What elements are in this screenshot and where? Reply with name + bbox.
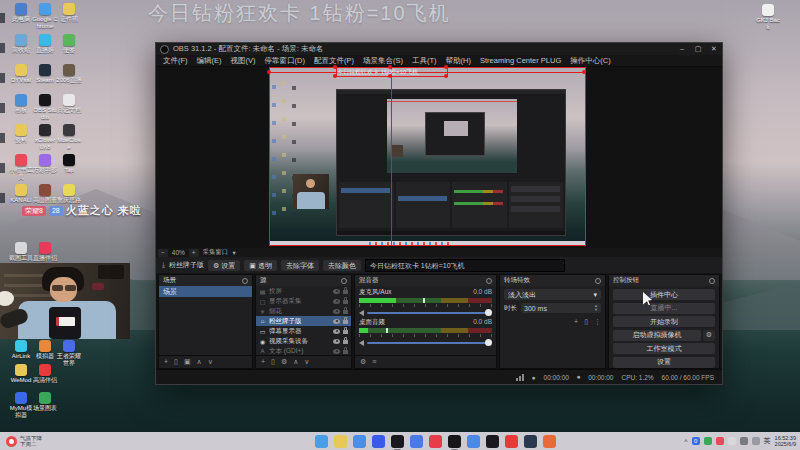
desktop-icon[interactable]: 高清伴侣 <box>32 364 58 384</box>
close-button[interactable]: ✕ <box>706 45 722 53</box>
tray-app-icon[interactable] <box>704 437 712 445</box>
slider-handle[interactable] <box>485 309 492 316</box>
transition-toolbar-icon[interactable]: + <box>574 318 578 326</box>
selection-handle[interactable] <box>444 74 448 78</box>
volume-slider[interactable] <box>359 309 492 316</box>
selection-handle[interactable] <box>267 70 271 74</box>
plugin-transparent-button[interactable]: ▣ 透明 <box>244 260 277 271</box>
desktop-icon[interactable]: 截图工具 <box>8 242 34 262</box>
visibility-eye-icon[interactable] <box>333 329 340 334</box>
selection-handle[interactable] <box>582 70 586 74</box>
desktop-icon[interactable]: 场景图表 <box>32 392 58 412</box>
taskbar-app-icon[interactable] <box>372 435 385 448</box>
taskbar-app-icon[interactable] <box>334 435 347 448</box>
pin-icon[interactable] <box>595 278 601 284</box>
caret-down-icon[interactable]: ▾ <box>233 249 236 257</box>
taskbar-app-icon[interactable] <box>543 435 556 448</box>
taskbar-app-icon[interactable] <box>391 435 404 448</box>
plugin-settings-button[interactable]: ⚙ 设置 <box>208 260 240 271</box>
obs-titlebar[interactable]: OBS 31.1.2 - 配置文件: 未命名 - 场景: 未命名 – ▢ ✕ <box>156 43 722 55</box>
selection-handle[interactable] <box>333 74 337 78</box>
desktop-icon[interactable]: 直播姬 <box>32 34 58 54</box>
menu-item[interactable]: 文件(F) <box>159 56 192 66</box>
desktop-icon[interactable]: 此电脑 <box>8 3 34 23</box>
visibility-eye-icon[interactable] <box>333 299 340 304</box>
menu-item[interactable]: 场景集合(S) <box>359 56 407 66</box>
transition-toolbar-icon[interactable]: ⋮ <box>594 318 601 326</box>
source-item[interactable]: ▤ 投屏 <box>256 286 351 296</box>
control-button[interactable]: 直播中... <box>613 303 715 314</box>
desktop-icon[interactable]: AirLink <box>8 340 34 360</box>
sources-toolbar-icon[interactable]: ∧ <box>293 357 298 367</box>
source-item[interactable]: ✳ 烟花 <box>256 306 351 316</box>
selection-handle[interactable] <box>333 65 337 69</box>
desktop-icon[interactable]: 小红书工具 <box>8 154 34 181</box>
source-item[interactable]: ◉ 视频采集设备 <box>256 336 351 346</box>
spinner-icons[interactable]: ▲▼ <box>594 304 598 312</box>
tray-app-icon[interactable] <box>752 437 760 445</box>
ime-indicator[interactable]: 英 <box>764 436 771 446</box>
taskbar-app-icon[interactable] <box>315 435 328 448</box>
desktop-icon[interactable]: 画板 <box>8 94 34 114</box>
taskbar-app-icon[interactable] <box>448 435 461 448</box>
taskbar-app-icon[interactable] <box>505 435 518 448</box>
menu-item[interactable]: 工具(T) <box>408 56 441 66</box>
desktop-icon[interactable]: 2006直播 <box>56 64 82 84</box>
menu-item[interactable]: 编辑(E) <box>193 56 226 66</box>
desktop-icon[interactable]: 便签 <box>56 34 82 54</box>
menu-item[interactable]: Streaming Center PLUG <box>476 56 565 65</box>
desktop-icon[interactable]: 模拟器 <box>32 340 58 360</box>
speaker-icon[interactable] <box>359 310 364 316</box>
scene-item[interactable]: 场景 <box>159 286 252 297</box>
transition-select[interactable]: 淡入淡出 ▾ <box>504 289 601 300</box>
menu-item[interactable]: 配置文件(P) <box>310 56 358 66</box>
sources-toolbar-icon[interactable]: ▯ <box>271 357 275 367</box>
lock-icon[interactable] <box>343 310 348 314</box>
menu-item[interactable]: 视图(V) <box>227 56 260 66</box>
zoom-out-button[interactable]: − <box>158 249 168 257</box>
desktop-icon[interactable]: 证件照 <box>56 3 82 23</box>
taskbar-app-icon[interactable] <box>353 435 366 448</box>
taskbar-app-icon[interactable] <box>486 435 499 448</box>
desktop-icon[interactable]: WeMod <box>8 364 34 384</box>
maximize-button[interactable]: ▢ <box>690 45 706 53</box>
tray-chevron-up-icon[interactable]: ^ <box>684 438 687 445</box>
mixer-toolbar-icon[interactable]: ⚙ <box>360 357 366 367</box>
menu-item[interactable]: 帮助(H) <box>442 56 475 66</box>
taskbar-clock[interactable]: 16:52:39 2025/6/9 <box>775 435 796 447</box>
desktop-icon[interactable]: MyMu模拟器 <box>8 392 34 419</box>
visibility-eye-icon[interactable] <box>333 319 340 324</box>
taskbar-app-icon[interactable] <box>410 435 423 448</box>
speaker-icon[interactable] <box>359 340 364 346</box>
desktop-icon[interactable]: Steam <box>32 64 58 84</box>
remove-font-button[interactable]: 去除字体 <box>281 260 319 271</box>
menu-item[interactable]: 停靠窗口(D) <box>261 56 309 66</box>
lock-icon[interactable] <box>343 300 348 304</box>
selected-text-source[interactable]: 今日钻粉狂欢卡 1钻粉=10飞机 <box>336 67 448 77</box>
duration-input[interactable]: 300 ms ▲▼ <box>521 303 601 313</box>
lock-icon[interactable] <box>343 340 348 344</box>
visibility-eye-icon[interactable] <box>333 349 340 354</box>
desktop-icon[interactable]: 直播伴侣 <box>32 242 58 262</box>
scenes-toolbar-icon[interactable]: ▣ <box>184 357 191 367</box>
scenes-toolbar-icon[interactable]: + <box>164 357 168 367</box>
desktop-icon[interactable]: GKJ Back <box>755 4 781 31</box>
sources-toolbar-icon[interactable]: ∨ <box>304 357 309 367</box>
scenes-toolbar-icon[interactable]: ∧ <box>197 357 202 367</box>
transition-toolbar-icon[interactable]: ▯ <box>584 318 588 326</box>
pin-icon[interactable] <box>709 278 715 284</box>
pin-icon[interactable] <box>486 278 492 284</box>
tray-app-icon[interactable] <box>740 437 748 445</box>
tray-app-icon[interactable] <box>716 437 724 445</box>
lock-icon[interactable] <box>343 320 348 324</box>
desktop-icon[interactable]: 万彩手影 <box>32 154 58 174</box>
fit-dropdown[interactable]: 采集窗口 <box>203 248 229 257</box>
overlay-text-input[interactable]: 今日钻粉狂欢卡 1钻粉=10飞机 <box>365 259 565 272</box>
selection-handle[interactable] <box>388 74 392 78</box>
preview-canvas[interactable]: 今日钻粉狂欢卡 1钻粉=10飞机 <box>269 67 586 246</box>
taskbar-app-icon[interactable] <box>429 435 442 448</box>
desktop-icon[interactable]: 重庆思路 <box>56 184 82 204</box>
control-button[interactable]: 工作室模式 <box>613 343 715 354</box>
lock-icon[interactable] <box>343 290 348 294</box>
control-button[interactable]: 开始录制 <box>613 316 715 327</box>
